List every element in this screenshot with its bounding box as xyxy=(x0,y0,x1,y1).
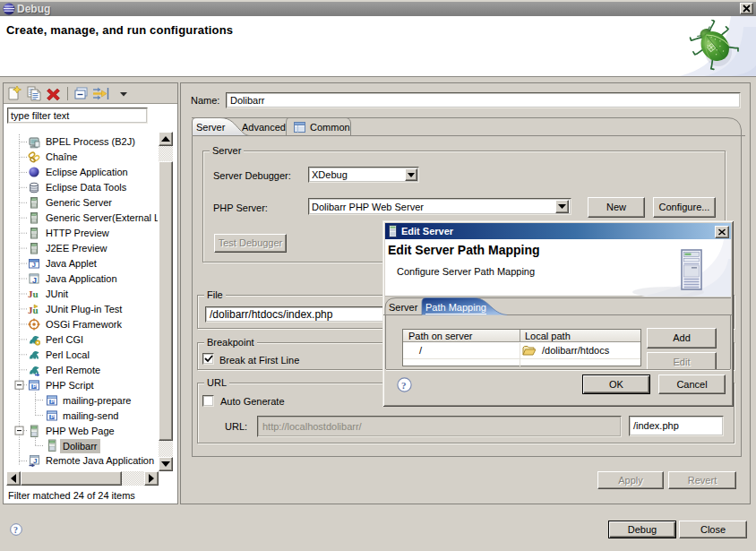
svg-text:?: ? xyxy=(401,380,407,391)
svg-text:?: ? xyxy=(13,525,18,535)
